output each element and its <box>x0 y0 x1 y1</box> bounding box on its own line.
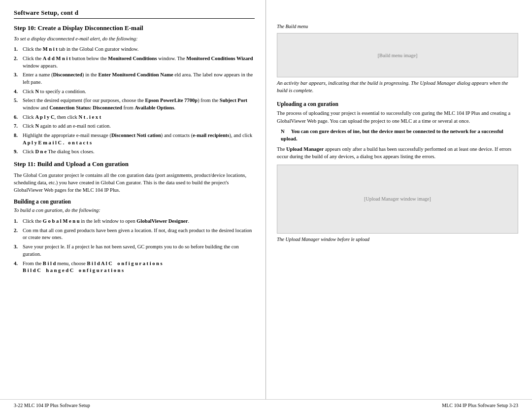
step-num: 3. <box>14 71 23 86</box>
left-column: Software Setup, cont d Step 10: Create a… <box>0 0 266 411</box>
footer-left: 3-22 MLC 104 IP Plus Software Setup <box>14 403 90 408</box>
step10-section: Step 10: Create a Display Disconnection … <box>14 24 255 156</box>
building-section: Building a con guration To build a con g… <box>14 199 255 274</box>
uploading-body2: The Upload Manager appears only after a … <box>277 145 518 160</box>
step-num: 4. <box>14 260 23 274</box>
building-title: Building a con guration <box>14 199 255 205</box>
step10-list: 1. Click the M n i t tab in the Global C… <box>14 46 255 156</box>
step-num: 1. <box>14 46 23 53</box>
list-item: 1. Click the G o b a l M e n u in the le… <box>14 218 255 225</box>
step11-body: The Global Con gurator project le contai… <box>14 171 255 194</box>
note-box: N You can con gure devices of ine, but t… <box>281 128 518 142</box>
upload-manager-image: [Upload Manager window image] <box>277 165 518 234</box>
list-item: 3. Enter a name (Disconnected) in the En… <box>14 71 255 86</box>
building-list: 1. Click the G o b a l M e n u in the le… <box>14 218 255 274</box>
build-menu-image: [Build menu image] <box>277 33 518 77</box>
uploading-body1: The process of uploading your project is… <box>277 109 518 124</box>
list-item: 2. Click the A d d M n i t button below … <box>14 55 255 69</box>
upload-caption: The Upload Manager window before le uplo… <box>277 237 518 242</box>
step11-title: Step 11: Build and Upload a Con guration <box>14 160 255 169</box>
step10-intro: To set a display disconnected e-mail ale… <box>14 35 255 43</box>
building-intro: To build a con guration, do the followin… <box>14 207 255 214</box>
uploading-section: Uploading a con guration The process of … <box>277 101 518 241</box>
list-item: 8. Highlight the appropriate e-mail mess… <box>14 132 255 146</box>
step-num: 3. <box>14 243 23 258</box>
step-num: 9. <box>14 148 23 156</box>
list-item: 1. Click the M n i t tab in the Global C… <box>14 46 255 53</box>
step-num: 4. <box>14 88 23 96</box>
list-item: 7. Click N again to add an e-mail noti c… <box>14 123 255 130</box>
step11-section: Step 11: Build and Upload a Con guration… <box>14 160 255 274</box>
note-text: You can con gure devices of ine, but the… <box>281 129 503 141</box>
note-label: N <box>281 129 285 134</box>
right-column: placeholder The Build menu [Build menu i… <box>266 0 532 411</box>
list-item: 9. Click D n e The dialog box closes. <box>14 148 255 156</box>
list-item: 4. From the B i l d menu, choose B i l d… <box>14 260 255 274</box>
left-header: Software Setup, cont d <box>14 9 255 19</box>
list-item: 5. Select the desired equipment (for our… <box>14 97 255 111</box>
step-num: 7. <box>14 123 23 130</box>
build-menu-text: An activity bar appears, indicating that… <box>277 79 518 94</box>
uploading-title: Uploading a con guration <box>277 101 518 107</box>
build-menu-caption: The Build menu <box>277 24 518 29</box>
list-item: 6. Click A p l y C, then click N t . i e… <box>14 114 255 121</box>
step-num: 8. <box>14 132 23 146</box>
step-num: 2. <box>14 227 23 241</box>
footer-right: MLC 104 IP Plus Software Setup 3-23 <box>442 403 518 408</box>
step-num: 2. <box>14 55 23 69</box>
list-item: 4. Click N to specify a condition. <box>14 88 255 96</box>
step-num: 1. <box>14 218 23 225</box>
step-num: 5. <box>14 97 23 111</box>
step-num: 6. <box>14 114 23 121</box>
footer: 3-22 MLC 104 IP Plus Software Setup MLC … <box>0 399 532 411</box>
list-item: 2. Con rm that all con gured products ha… <box>14 227 255 241</box>
step10-title: Step 10: Create a Display Disconnection … <box>14 24 255 33</box>
list-item: 3. Save your project le. If a project le… <box>14 243 255 258</box>
